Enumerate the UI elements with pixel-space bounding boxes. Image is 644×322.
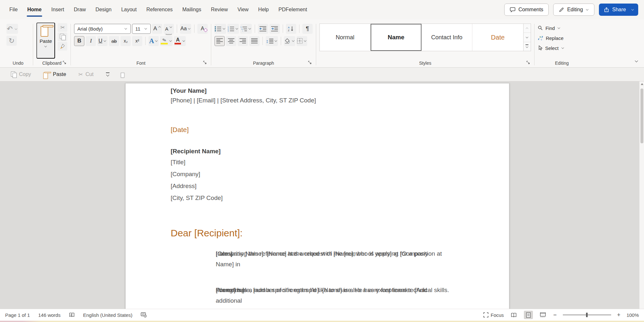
align-center-button[interactable] bbox=[226, 36, 236, 46]
bullets-button[interactable] bbox=[214, 24, 226, 34]
collapse-ribbon-button[interactable] bbox=[635, 58, 638, 64]
doc-contact-line[interactable]: [Phone] | [Email] | [Street Address, Cit… bbox=[171, 97, 316, 104]
underline-button[interactable]: U bbox=[97, 36, 108, 46]
doc-recipient-address[interactable]: [Address] bbox=[171, 183, 196, 190]
style-name[interactable]: Name bbox=[371, 24, 421, 51]
doc-recipient-company[interactable]: [Company] bbox=[171, 171, 200, 178]
font-size-select[interactable]: 11 bbox=[132, 24, 151, 34]
word-count[interactable]: 146 words bbox=[38, 312, 61, 318]
select-button[interactable]: Select bbox=[538, 44, 586, 52]
read-mode-button[interactable] bbox=[509, 311, 518, 319]
doc-recipient-name[interactable]: [Recipient Name] bbox=[171, 148, 221, 155]
chevron-down-icon bbox=[104, 40, 106, 42]
tab-home[interactable]: Home bbox=[23, 0, 46, 19]
italic-button[interactable]: I bbox=[86, 36, 96, 46]
tab-view[interactable]: View bbox=[232, 0, 253, 19]
tab-insert[interactable]: Insert bbox=[46, 0, 69, 19]
style-normal[interactable]: Normal bbox=[320, 24, 371, 51]
bold-button[interactable]: B bbox=[74, 36, 84, 46]
scrollbar-thumb[interactable] bbox=[640, 89, 643, 143]
doc-date[interactable]: [Date] bbox=[171, 126, 189, 134]
style-date[interactable]: Date bbox=[472, 24, 523, 51]
strikethrough-button[interactable]: ab bbox=[109, 36, 119, 46]
clipboard-dialog-launcher-icon[interactable] bbox=[62, 60, 67, 65]
doc-salutation[interactable]: Dear [Recipient]: bbox=[171, 228, 242, 239]
superscript-button[interactable]: x² bbox=[132, 36, 142, 46]
copy-button[interactable] bbox=[58, 33, 67, 41]
align-right-button[interactable] bbox=[238, 36, 248, 46]
quick-cut-button[interactable]: ✂ Cut bbox=[78, 71, 93, 78]
zoom-slider-handle[interactable] bbox=[586, 313, 588, 317]
borders-button[interactable] bbox=[297, 36, 307, 46]
doc-your-name[interactable]: [Your Name] bbox=[171, 87, 207, 94]
grow-font-button[interactable]: A bbox=[152, 24, 162, 34]
doc-recipient-city[interactable]: [City, ST ZIP Code] bbox=[171, 194, 223, 202]
zoom-out-button[interactable]: − bbox=[553, 312, 557, 318]
undo-group-label: Undo bbox=[13, 61, 23, 66]
zoom-in-button[interactable]: + bbox=[617, 312, 621, 318]
proofing-errors-button[interactable] bbox=[69, 312, 75, 317]
text-predictions-button[interactable] bbox=[141, 312, 147, 317]
tab-mailings[interactable]: Mailings bbox=[177, 0, 206, 19]
paste-button[interactable]: Paste bbox=[36, 23, 55, 59]
multilevel-list-button[interactable]: 1ai bbox=[240, 24, 252, 34]
styles-gallery-more-button[interactable] bbox=[524, 42, 531, 51]
editing-mode-button[interactable]: Editing bbox=[553, 4, 594, 16]
font-dialog-launcher-icon[interactable] bbox=[203, 60, 208, 65]
align-left-button[interactable] bbox=[214, 36, 225, 46]
comments-button[interactable]: Comments bbox=[504, 4, 549, 16]
format-painter-button[interactable] bbox=[58, 42, 67, 51]
show-hide-marks-button[interactable]: ¶ bbox=[302, 24, 313, 34]
font-color-button[interactable]: A bbox=[174, 36, 186, 46]
share-button[interactable]: Share bbox=[599, 4, 638, 16]
tab-references[interactable]: References bbox=[141, 0, 177, 19]
sort-button[interactable]: AZ bbox=[286, 24, 296, 34]
redo-button[interactable]: ↻ bbox=[6, 36, 17, 46]
quick-paste-button[interactable]: Paste bbox=[43, 70, 66, 79]
page-count[interactable]: Page 1 of 1 bbox=[5, 312, 30, 318]
clear-formatting-button[interactable]: A bbox=[197, 24, 208, 34]
zoom-slider[interactable] bbox=[563, 313, 611, 317]
font-name-select[interactable]: Arial (Body) bbox=[74, 24, 131, 34]
subscript-button[interactable]: x₂ bbox=[120, 36, 131, 46]
language-selector[interactable]: English (United States) bbox=[83, 312, 132, 318]
styles-scroll-up-button[interactable] bbox=[524, 24, 531, 33]
share-dropdown[interactable] bbox=[629, 4, 638, 16]
tab-help[interactable]: Help bbox=[253, 0, 274, 19]
decrease-indent-button[interactable] bbox=[258, 24, 268, 34]
styles-dialog-launcher-icon[interactable] bbox=[526, 60, 531, 65]
focus-mode-button[interactable]: Focus bbox=[483, 312, 504, 318]
vertical-scrollbar[interactable] bbox=[639, 81, 644, 309]
tab-pdfelement[interactable]: PDFelement bbox=[274, 0, 312, 19]
undo-button[interactable]: ↶ bbox=[6, 24, 18, 34]
doc-recipient-title[interactable]: [Title] bbox=[171, 159, 185, 166]
print-layout-button[interactable] bbox=[524, 311, 533, 319]
tab-design[interactable]: Design bbox=[91, 0, 117, 19]
tab-review[interactable]: Review bbox=[206, 0, 232, 19]
paragraph-dialog-launcher-icon[interactable] bbox=[308, 60, 313, 65]
toolbar-overflow-button[interactable] bbox=[106, 72, 110, 76]
change-case-button[interactable]: Aa bbox=[180, 24, 191, 34]
line-spacing-button[interactable]: ↕ bbox=[266, 36, 278, 46]
find-button[interactable]: Find bbox=[538, 24, 586, 32]
increase-indent-button[interactable] bbox=[270, 24, 280, 34]
numbering-button[interactable]: 123 bbox=[227, 24, 239, 34]
highlight-color-button[interactable]: ✎ bbox=[160, 36, 173, 46]
tab-draw[interactable]: Draw bbox=[69, 0, 90, 19]
zoom-level[interactable]: 100% bbox=[627, 312, 639, 318]
replace-button[interactable]: bc Replace bbox=[538, 34, 586, 42]
style-contact-info[interactable]: Contact Info bbox=[421, 24, 472, 51]
cut-button[interactable]: ✂ bbox=[58, 23, 67, 32]
document-page[interactable]: [Your Name] [Phone] | [Email] | [Street … bbox=[125, 83, 509, 309]
scroll-up-arrow-icon[interactable] bbox=[641, 83, 643, 85]
text-effects-button[interactable]: A bbox=[148, 36, 159, 46]
tab-file[interactable]: File bbox=[5, 0, 23, 19]
shrink-font-button[interactable]: A bbox=[164, 24, 174, 34]
shading-button[interactable] bbox=[284, 36, 295, 46]
tab-layout[interactable]: Layout bbox=[116, 0, 141, 19]
search-icon bbox=[538, 25, 543, 31]
web-layout-button[interactable] bbox=[538, 311, 547, 319]
styles-scroll-down-button[interactable] bbox=[524, 33, 531, 42]
justify-button[interactable] bbox=[249, 36, 260, 46]
quick-copy-button[interactable]: Copy bbox=[11, 71, 31, 78]
